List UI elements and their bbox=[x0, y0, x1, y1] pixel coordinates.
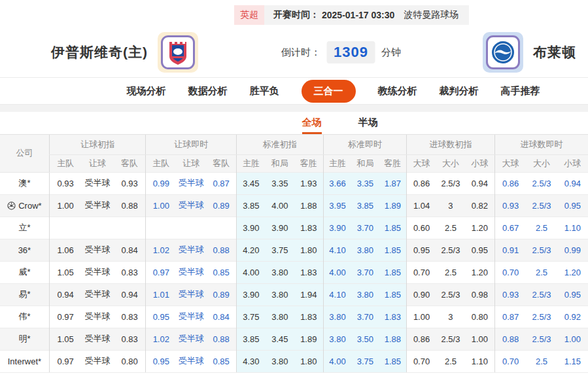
odds-cell: 0.88 bbox=[206, 239, 236, 261]
league-badge: 英超 bbox=[234, 5, 264, 25]
odds-cell: 1.83 bbox=[294, 217, 323, 239]
odds-cell: 1.85 bbox=[379, 217, 406, 239]
odds-cell: 0.94 bbox=[465, 172, 494, 194]
col-header-company: 公司 bbox=[0, 135, 49, 172]
odds-cell: 受半球 bbox=[82, 328, 114, 350]
nav-tabs: 现场分析数据分析胜平负三合一教练分析裁判分析高手推荐 bbox=[0, 77, 588, 105]
period-tab-0[interactable]: 全场 bbox=[302, 116, 322, 134]
odds-cell: 1.15 bbox=[557, 350, 588, 372]
col-sub-4-1: 大小 bbox=[436, 154, 465, 172]
nav-tab-1[interactable]: 数据分析 bbox=[188, 85, 228, 97]
odds-cell: 2.5/3 bbox=[526, 194, 557, 217]
odds-cell: 1.89 bbox=[294, 328, 323, 350]
odds-cell: 受半球 bbox=[82, 350, 114, 372]
odds-cell: 3.80 bbox=[323, 328, 351, 350]
odds-cell: 1.05 bbox=[49, 328, 81, 350]
odds-cell: 1.85 bbox=[379, 239, 406, 261]
odds-cell: 4.00 bbox=[323, 261, 351, 283]
odds-cell: 0.86 bbox=[407, 172, 436, 194]
odds-cell: 1.93 bbox=[294, 172, 323, 194]
col-sub-2-1: 和局 bbox=[266, 154, 294, 172]
company-name[interactable]: Interwet* bbox=[0, 350, 49, 372]
col-group-0: 让球初指 bbox=[49, 135, 146, 154]
odds-cell: 2.5/3 bbox=[526, 172, 557, 194]
odds-cell: 4.10 bbox=[323, 239, 351, 261]
odds-cell: 2.5/3 bbox=[526, 328, 557, 350]
company-name[interactable]: 易* bbox=[0, 283, 49, 305]
nav-tab-3[interactable]: 三合一 bbox=[302, 80, 356, 103]
odds-cell: 0.89 bbox=[206, 283, 236, 305]
nav-tab-2[interactable]: 胜平负 bbox=[250, 85, 279, 97]
col-group-2: 标准初指 bbox=[237, 135, 324, 154]
odds-cell: 1.06 bbox=[49, 239, 81, 261]
brighton-crest-icon bbox=[486, 35, 520, 69]
odds-cell: 0.98 bbox=[465, 283, 494, 305]
odds-cell: 2.5 bbox=[526, 350, 557, 372]
odds-cell: 0.95 bbox=[407, 239, 436, 261]
odds-cell: 2.5 bbox=[436, 261, 465, 283]
away-team-name: 布莱顿 bbox=[533, 43, 576, 61]
odds-cell: 1.00 bbox=[49, 194, 81, 217]
odds-cell: 受半球 bbox=[176, 239, 206, 261]
odds-cell: 1.00 bbox=[407, 305, 436, 328]
odds-cell: 0.60 bbox=[407, 217, 436, 239]
col-group-4: 进球数初指 bbox=[407, 135, 495, 154]
odds-row-2: 立*3.903.901.833.903.701.850.602.51.200.6… bbox=[0, 217, 588, 239]
odds-cell: 1.02 bbox=[146, 328, 176, 350]
odds-cell: 3.35 bbox=[351, 172, 379, 194]
nav-tab-6[interactable]: 高手推荐 bbox=[501, 85, 540, 97]
odds-cell: 3.75 bbox=[351, 350, 379, 372]
odds-cell: 0.94 bbox=[114, 283, 146, 305]
odds-cell: 3.75 bbox=[237, 305, 266, 328]
company-name[interactable]: 威* bbox=[0, 261, 49, 283]
odds-cell: 0.94 bbox=[49, 283, 81, 305]
odds-cell: 0.86 bbox=[494, 172, 526, 194]
odds-cell: 3.80 bbox=[323, 305, 351, 328]
odds-cell: 1.05 bbox=[49, 261, 81, 283]
company-name[interactable]: 澳* bbox=[0, 172, 49, 194]
odds-cell: 1.10 bbox=[465, 350, 494, 372]
odds-cell: 1.10 bbox=[557, 217, 588, 239]
home-team: 伊普斯维奇(主) bbox=[51, 32, 198, 73]
home-team-name: 伊普斯维奇(主) bbox=[51, 43, 148, 61]
company-name[interactable]: 伟* bbox=[0, 305, 49, 328]
odds-cell: 3.80 bbox=[351, 239, 379, 261]
col-sub-0-0: 主队 bbox=[49, 154, 81, 172]
nav-tab-0[interactable]: 现场分析 bbox=[127, 85, 166, 97]
odds-cell: 1.87 bbox=[379, 172, 406, 194]
company-name[interactable]: 明* bbox=[0, 328, 49, 350]
odds-cell: 1.04 bbox=[407, 194, 436, 217]
company-name[interactable]: 36* bbox=[0, 239, 49, 261]
match-info-bar: 英超 开赛时间： 2025-01-17 03:30 波特曼路球场 bbox=[234, 5, 469, 25]
odds-cell: 3.90 bbox=[237, 217, 266, 239]
odds-cell: 4.10 bbox=[323, 283, 351, 305]
odds-cell: 0.97 bbox=[49, 350, 81, 372]
odds-cell: 0.87 bbox=[206, 172, 236, 194]
odds-cell: 1.00 bbox=[465, 328, 494, 350]
nav-tab-5[interactable]: 裁判分析 bbox=[440, 85, 479, 97]
odds-cell: 1.02 bbox=[146, 239, 176, 261]
odds-row-6: 伟*0.97受半球0.830.95受半球0.843.753.801.833.80… bbox=[0, 305, 588, 328]
odds-cell: 受半球 bbox=[82, 239, 114, 261]
odds-cell: 2.5 bbox=[526, 217, 557, 239]
odds-cell: 2.5/3 bbox=[526, 239, 557, 261]
odds-cell: 0.95 bbox=[557, 194, 588, 217]
odds-cell bbox=[206, 217, 236, 239]
ipswich-crest-icon bbox=[161, 35, 195, 69]
company-name[interactable]: 立* bbox=[0, 217, 49, 239]
odds-cell: 0.85 bbox=[206, 261, 236, 283]
nav-tab-4[interactable]: 教练分析 bbox=[378, 85, 417, 97]
odds-cell bbox=[176, 217, 206, 239]
odds-cell: 1.85 bbox=[379, 261, 406, 283]
odds-cell: 0.87 bbox=[494, 305, 526, 328]
company-name[interactable]: Crow* bbox=[0, 194, 49, 217]
odds-cell: 3.80 bbox=[266, 261, 294, 283]
odds-cell: 1.20 bbox=[465, 217, 494, 239]
odds-row-5: 易*0.94受半球0.941.01受半球0.893.903.801.944.10… bbox=[0, 283, 588, 305]
odds-cell: 0.97 bbox=[49, 305, 81, 328]
period-tab-1[interactable]: 半场 bbox=[358, 116, 378, 134]
odds-cell: 受半球 bbox=[82, 194, 114, 217]
odds-cell: 0.84 bbox=[114, 239, 146, 261]
odds-cell: 2.5 bbox=[436, 217, 465, 239]
odds-cell: 受半球 bbox=[176, 328, 206, 350]
